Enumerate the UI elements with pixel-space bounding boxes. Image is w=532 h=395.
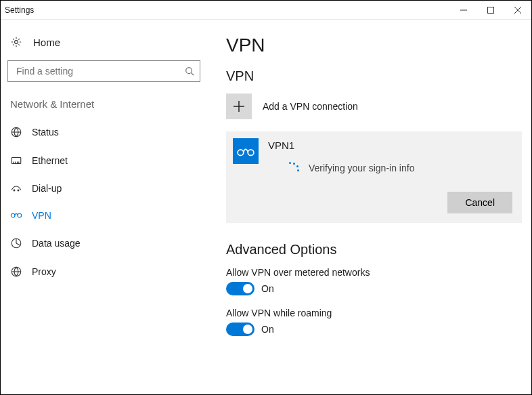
svg-point-23 <box>238 150 244 156</box>
vpn-icon <box>10 211 22 220</box>
section-title: VPN <box>226 68 522 84</box>
vpn-status-text: Verifying your sign-in info <box>309 163 414 173</box>
svg-point-15 <box>18 190 19 191</box>
sidebar: Home Network & Internet Status <box>1 20 207 394</box>
dialup-icon <box>10 183 22 194</box>
roaming-toggle[interactable] <box>226 323 254 336</box>
metered-toggle-state: On <box>261 283 274 294</box>
sidebar-item-label: Status <box>32 127 59 138</box>
svg-point-16 <box>11 213 15 217</box>
vpn-connection-icon <box>233 138 259 164</box>
gear-icon <box>10 36 22 48</box>
sidebar-item-status[interactable]: Status <box>7 119 200 145</box>
sidebar-item-label: Proxy <box>32 266 56 277</box>
sidebar-item-label: Ethernet <box>32 155 68 166</box>
sidebar-item-proxy[interactable]: Proxy <box>7 259 200 285</box>
sidebar-category: Network & Internet <box>10 98 200 110</box>
plus-icon <box>226 93 252 119</box>
sidebar-item-label: Data usage <box>32 238 81 249</box>
main-content: VPN VPN Add a VPN connection VPN1 <box>207 20 531 394</box>
cancel-button[interactable]: Cancel <box>447 192 512 213</box>
roaming-toggle-state: On <box>261 324 274 335</box>
proxy-icon <box>10 266 22 278</box>
sidebar-item-label: VPN <box>32 210 51 221</box>
titlebar: Settings <box>1 1 531 20</box>
metered-label: Allow VPN over metered networks <box>226 267 522 278</box>
search-field[interactable] <box>15 65 185 77</box>
vpn-connection-card[interactable]: VPN1 Verifying your sign-in info Cancel <box>226 131 522 223</box>
minimize-button[interactable] <box>450 1 477 20</box>
sidebar-item-vpn[interactable]: VPN <box>7 203 200 228</box>
svg-point-5 <box>186 68 192 74</box>
svg-point-17 <box>18 213 22 217</box>
ethernet-icon <box>10 154 22 167</box>
window-title: Settings <box>5 5 450 15</box>
add-vpn-row[interactable]: Add a VPN connection <box>226 93 522 119</box>
svg-rect-9 <box>12 158 21 164</box>
roaming-label: Allow VPN while roaming <box>226 308 522 318</box>
status-icon <box>10 126 22 138</box>
page-title: VPN <box>226 35 522 56</box>
maximize-button[interactable] <box>477 1 504 20</box>
sidebar-item-dialup[interactable]: Dial-up <box>7 176 200 201</box>
add-vpn-label: Add a VPN connection <box>263 101 358 112</box>
svg-point-14 <box>14 190 15 191</box>
sidebar-home[interactable]: Home <box>7 32 200 60</box>
svg-rect-1 <box>488 7 494 13</box>
search-icon <box>185 66 194 76</box>
svg-point-24 <box>248 150 254 156</box>
sidebar-home-label: Home <box>33 37 60 48</box>
svg-point-4 <box>15 41 18 44</box>
search-input[interactable] <box>7 60 200 82</box>
close-button[interactable] <box>504 1 531 20</box>
data-usage-icon <box>10 237 22 249</box>
sidebar-item-label: Dial-up <box>32 183 62 194</box>
vpn-connection-name: VPN1 <box>268 138 512 151</box>
svg-line-6 <box>192 73 194 76</box>
spinner-icon <box>287 162 299 174</box>
advanced-options-title: Advanced Options <box>226 242 522 257</box>
sidebar-item-ethernet[interactable]: Ethernet <box>7 148 200 173</box>
metered-toggle[interactable] <box>226 282 254 295</box>
sidebar-item-datausage[interactable]: Data usage <box>7 230 200 256</box>
